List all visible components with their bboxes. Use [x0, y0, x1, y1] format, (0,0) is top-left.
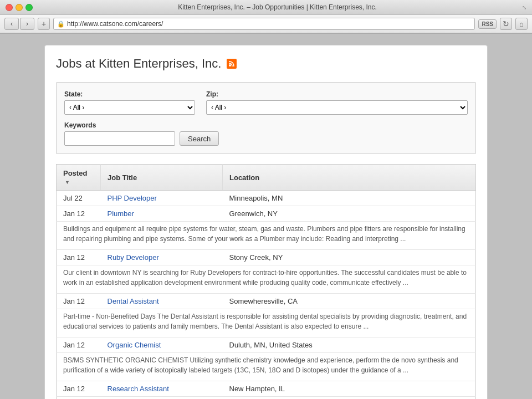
col-location: Location [223, 165, 476, 191]
lock-icon: 🔒 [57, 21, 65, 28]
job-date: Jan 12 [57, 294, 101, 309]
col-title: Job Title [101, 165, 223, 191]
job-title-cell: PHP Developer [101, 191, 223, 206]
keywords-input-row: Search [64, 131, 468, 146]
back-button[interactable]: ‹ [4, 18, 19, 30]
resize-icon: ⤡ [522, 4, 526, 11]
job-description: Buildings and equipment all require pipe… [57, 222, 476, 250]
keywords-label: Keywords [64, 121, 468, 129]
job-date: Jan 12 [57, 206, 101, 222]
job-date: Jan 12 [57, 250, 101, 265]
job-title-cell: Plumber [101, 206, 223, 222]
minimize-button[interactable] [16, 4, 23, 11]
job-title-link[interactable]: Dental Assistant [108, 297, 159, 305]
job-title-cell: Dental Assistant [101, 294, 223, 309]
table-row: Jan 12PlumberGreenwich, NY [57, 206, 476, 222]
keywords-input[interactable] [64, 131, 175, 146]
job-title-link[interactable]: Research Assistant [108, 385, 169, 393]
search-button[interactable]: Search [180, 131, 219, 146]
job-title-cell: Ruby Developer [101, 250, 223, 265]
keywords-row: Keywords Search [64, 121, 468, 146]
state-label: State: [64, 90, 195, 98]
table-row: Jul 22PHP DeveloperMinneapolis, MN [57, 191, 476, 206]
nav-bar: ‹ › + 🔒 http://www.catsone.com/careers/ … [0, 15, 532, 33]
job-description-row: Research Assistant to work on a variety … [57, 397, 476, 400]
job-title-link[interactable]: Plumber [108, 209, 134, 218]
page-title: Jobs at Kitten Enterprises, Inc. [56, 57, 221, 71]
job-description-row: Part-time - Non-Benefited Days The Denta… [57, 309, 476, 337]
job-description-row: BS/MS SYNTHETIC ORGANIC CHEMIST Utilizin… [57, 353, 476, 381]
close-button[interactable] [6, 4, 13, 11]
job-date: Jan 12 [57, 337, 101, 353]
page-wrapper: Jobs at Kitten Enterprises, Inc. State: … [44, 45, 488, 399]
job-description-row: Our client in downtown NY is searching f… [57, 265, 476, 294]
zip-select[interactable]: ‹ All › [206, 100, 468, 115]
job-location: New Hampten, IL [223, 381, 476, 397]
job-title-link[interactable]: Organic Chemist [108, 341, 161, 349]
job-description-row: Buildings and equipment all require pipe… [57, 222, 476, 250]
jobs-table: Posted ▼ Job Title Location Jul 22PHP De… [56, 164, 476, 399]
job-location: Somewheresville, CA [223, 294, 476, 309]
new-tab-button[interactable]: + [38, 18, 50, 30]
zip-label: Zip: [206, 90, 468, 98]
job-date: Jul 22 [57, 191, 101, 206]
nav-arrows: ‹ › [4, 18, 34, 30]
job-title-cell: Research Assistant [101, 381, 223, 397]
job-description: Our client in downtown NY is searching f… [57, 265, 476, 294]
job-description: Research Assistant to work on a variety … [57, 397, 476, 400]
title-bar: Kitten Enterprises, Inc. – Job Opportuni… [0, 0, 532, 15]
filter-row-state-zip: State: ‹ All › Zip: ‹ All › [64, 90, 468, 115]
job-location: Greenwich, NY [223, 206, 476, 222]
job-location: Duluth, MN, United States [223, 337, 476, 353]
job-location: Stony Creek, NY [223, 250, 476, 265]
state-select[interactable]: ‹ All › [64, 100, 195, 115]
maximize-button[interactable] [25, 4, 33, 11]
job-title-cell: Organic Chemist [101, 337, 223, 353]
job-title-link[interactable]: PHP Developer [108, 194, 157, 202]
table-row: Jan 12Organic ChemistDuluth, MN, United … [57, 337, 476, 353]
table-row: Jan 12Dental AssistantSomewheresville, C… [57, 294, 476, 309]
window-title: Kitten Enterprises, Inc. – Job Opportuni… [33, 3, 522, 11]
window-controls [6, 4, 33, 11]
svg-point-0 [229, 64, 231, 66]
filter-section: State: ‹ All › Zip: ‹ All › Keywords Sea… [56, 82, 476, 154]
table-header-row: Posted ▼ Job Title Location [57, 165, 476, 191]
job-location: Minneapolis, MN [223, 191, 476, 206]
table-row: Jan 12Ruby DeveloperStony Creek, NY [57, 250, 476, 265]
rss-button[interactable]: RSS [478, 19, 497, 29]
job-date: Jan 12 [57, 381, 101, 397]
browser-chrome: Kitten Enterprises, Inc. – Job Opportuni… [0, 0, 532, 34]
url-text: http://www.catsone.com/careers/ [67, 20, 163, 28]
job-description: BS/MS SYNTHETIC ORGANIC CHEMIST Utilizin… [57, 353, 476, 381]
forward-button[interactable]: › [20, 18, 34, 30]
sort-arrow: ▼ [65, 180, 70, 185]
table-row: Jan 12Research AssistantNew Hampten, IL [57, 381, 476, 397]
job-description: Part-time - Non-Benefited Days The Denta… [57, 309, 476, 337]
address-bar[interactable]: 🔒 http://www.catsone.com/careers/ [53, 18, 475, 30]
col-posted: Posted ▼ [57, 165, 101, 191]
job-title-link[interactable]: Ruby Developer [108, 253, 159, 262]
refresh-button[interactable]: ↻ [500, 18, 512, 30]
rss-feed-icon[interactable] [227, 59, 237, 69]
zip-filter-group: Zip: ‹ All › [206, 90, 468, 115]
page-header: Jobs at Kitten Enterprises, Inc. [56, 57, 476, 71]
home-button[interactable]: ⌂ [515, 18, 528, 30]
state-filter-group: State: ‹ All › [64, 90, 195, 115]
